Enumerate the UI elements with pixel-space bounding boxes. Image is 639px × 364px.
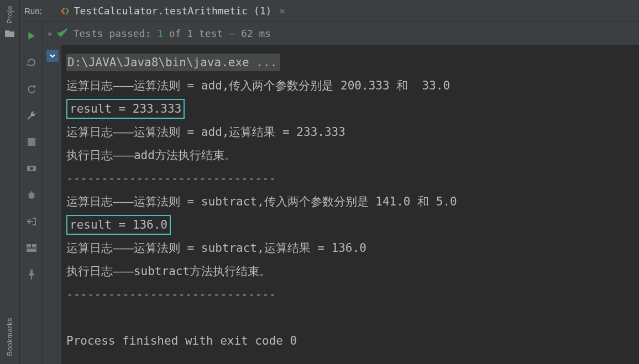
run-config-tab-label: TestCalculator.testArithmetic (1) <box>74 5 272 17</box>
log-line: 运算日志———运算法则 = subtract,传入两个参数分别是 141.0 和… <box>66 195 457 208</box>
svg-rect-4 <box>27 244 31 247</box>
svg-rect-5 <box>32 244 36 247</box>
exit-icon[interactable] <box>24 214 39 229</box>
svg-point-2 <box>30 167 33 170</box>
run-tool-column <box>20 22 43 364</box>
log-line: 执行日志———add方法执行结束。 <box>66 149 236 162</box>
layout-icon[interactable] <box>24 241 39 255</box>
divider-line: ------------------------------ <box>66 172 276 185</box>
highlighted-result: result = 233.333 <box>66 99 185 119</box>
folder-icon[interactable] <box>4 27 16 39</box>
ide-root: Proje Bookmarks Run: TestCalculator.te <box>0 0 639 364</box>
run-toolwindow: Run: TestCalculator.testArithmetic (1) × <box>20 0 639 364</box>
fold-chevron-icon[interactable] <box>46 50 59 62</box>
bug-icon[interactable] <box>24 188 39 202</box>
svg-rect-6 <box>27 249 36 252</box>
passed-count: 1 <box>157 28 163 39</box>
wrench-icon[interactable] <box>24 108 39 123</box>
run-config-icon <box>61 7 70 15</box>
command-line: D:\JAVA\Java8\bin\java.exe ... <box>66 54 280 71</box>
pin-icon[interactable] <box>24 267 39 282</box>
divider-line: ------------------------------ <box>66 288 276 301</box>
bookmarks-tool-label[interactable]: Bookmarks <box>6 318 14 356</box>
project-tool-label[interactable]: Proje <box>6 6 14 24</box>
log-line: 运算日志———运算法则 = add,运算结果 = 233.333 <box>66 125 345 139</box>
rerun-button[interactable] <box>24 29 39 43</box>
passed-check-icon <box>56 27 67 40</box>
fold-gutter <box>43 45 62 364</box>
svg-rect-0 <box>28 138 35 146</box>
run-panel-title: Run: <box>24 6 42 15</box>
console-output[interactable]: D:\JAVA\Java8\bin\java.exe ... 运算日志———运算… <box>62 45 639 364</box>
exit-line: Process finished with exit code 0 <box>66 334 297 347</box>
left-toolwindow-rail: Proje Bookmarks <box>0 0 20 364</box>
test-status-bar: » Tests passed: 1 of 1 test – 62 ms <box>43 22 639 45</box>
run-content: » Tests passed: 1 of 1 test – 62 ms <box>43 22 639 364</box>
highlighted-result: result = 136.0 <box>66 215 171 235</box>
rerun-failed-icon[interactable] <box>24 55 39 70</box>
console-wrap: D:\JAVA\Java8\bin\java.exe ... 运算日志———运算… <box>43 45 639 364</box>
close-icon[interactable]: × <box>279 6 285 16</box>
status-prefix: Tests passed: <box>73 28 151 39</box>
expand-chevron-icon[interactable]: » <box>48 29 51 38</box>
run-tabbar: Run: TestCalculator.testArithmetic (1) × <box>20 0 639 22</box>
dump-threads-icon[interactable] <box>24 161 39 176</box>
svg-point-3 <box>29 192 34 199</box>
status-suffix: of 1 test – 62 ms <box>169 28 271 39</box>
test-status-text: Tests passed: 1 of 1 test – 62 ms <box>73 28 271 39</box>
run-config-tab[interactable]: TestCalculator.testArithmetic (1) × <box>55 0 291 22</box>
log-line: 执行日志———subtract方法执行结束。 <box>66 265 271 278</box>
log-line: 运算日志———运算法则 = subtract,运算结果 = 136.0 <box>66 241 366 255</box>
toggle-autotest-icon[interactable] <box>24 82 39 96</box>
log-line: 运算日志———运算法则 = add,传入两个参数分别是 200.333 和 33… <box>66 79 450 92</box>
run-body: » Tests passed: 1 of 1 test – 62 ms <box>20 22 639 364</box>
stop-icon[interactable] <box>24 135 39 149</box>
